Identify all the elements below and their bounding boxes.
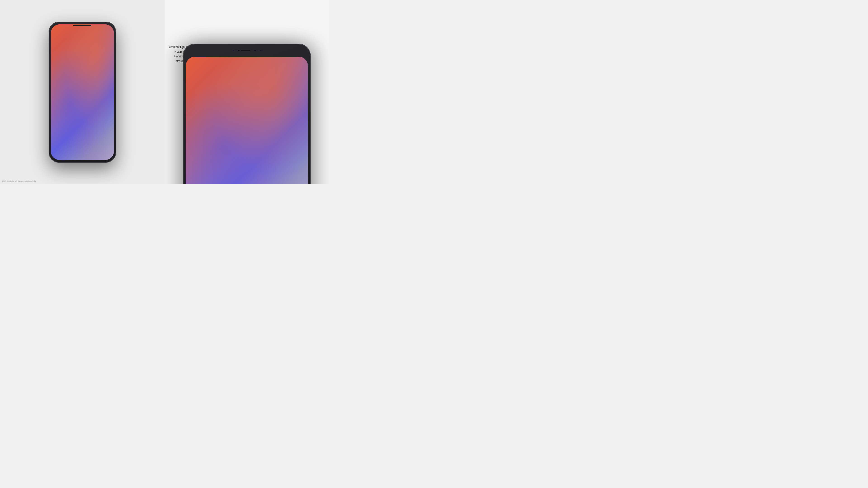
phone-closeup-body <box>184 44 310 184</box>
sensor-dot-projector-2 <box>260 50 261 51</box>
left-panel: LEAKS slinkz slinkz.com/slinkz/slinkz <box>0 0 164 184</box>
phone-closeup <box>184 44 310 184</box>
sensor-speaker <box>241 50 250 51</box>
phone-closeup-screen <box>186 57 308 184</box>
notch-sensors-row <box>222 48 272 53</box>
sensor-infrared-camera <box>238 50 240 52</box>
phone-body-full <box>49 22 116 162</box>
sensor-microphone <box>252 50 253 51</box>
phone-full <box>49 22 116 162</box>
top-sensor-bar <box>73 25 91 26</box>
watermark: LEAKS slinkz slinkz.com/slinkz/slinkz <box>2 180 36 182</box>
phone-screen-full <box>51 24 114 160</box>
right-panel: Ambient light sensor Proximity sensor Fl… <box>164 0 329 184</box>
sensor-dot-projector-1 <box>257 50 258 51</box>
sensor-flood <box>235 50 237 51</box>
sensor-front-camera <box>254 50 256 52</box>
sensor-dot-projector-3 <box>263 50 264 51</box>
sensor-ambient-light <box>230 50 231 51</box>
sensor-proximity <box>232 50 234 51</box>
